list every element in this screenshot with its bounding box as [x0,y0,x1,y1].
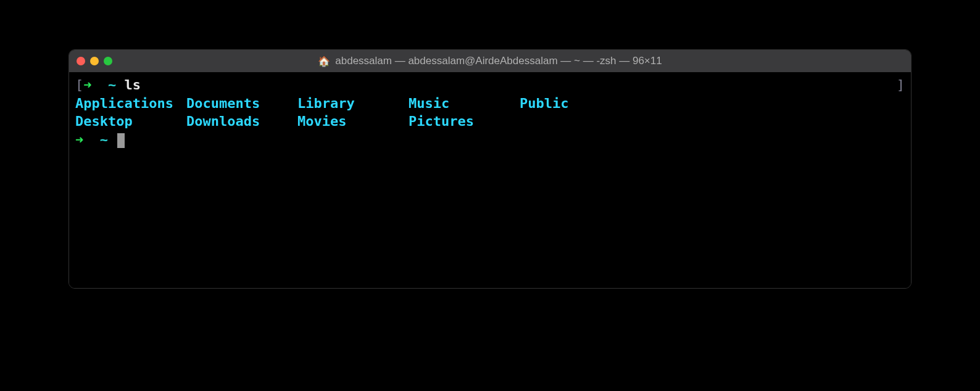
prompt-line-1: [➜ ~ ls] [75,76,905,94]
bracket-open: [ [75,77,83,93]
bracket-close: ] [897,76,905,94]
cursor [117,133,125,148]
prompt-path: ~ [108,77,116,93]
dir-item: Pictures [409,112,520,131]
window-titlebar[interactable]: 🏠 abdessalam — abdessalam@AirdeAbdessala… [69,50,911,72]
prompt-line-2: ➜ ~ [75,131,905,149]
traffic-lights [77,57,112,65]
dir-item: Music [409,94,520,113]
dir-item: Desktop [75,112,186,131]
title-text: abdessalam — abdessalam@AirdeAbdessalam … [335,55,662,67]
dir-item: Downloads [186,112,297,131]
prompt-arrow-icon: ➜ [75,132,83,147]
terminal-body[interactable]: [➜ ~ ls] Applications Documents Library … [69,72,911,288]
dir-item: Library [297,94,409,113]
prompt-arrow-icon: ➜ [83,77,91,93]
maximize-icon[interactable] [104,57,112,65]
minimize-icon[interactable] [90,57,99,65]
terminal-window: 🏠 abdessalam — abdessalam@AirdeAbdessala… [69,49,911,289]
dir-item: Public [520,94,631,113]
close-icon[interactable] [77,57,85,65]
home-icon: 🏠 [318,56,330,67]
window-title: 🏠 abdessalam — abdessalam@AirdeAbdessala… [318,55,662,67]
ls-output: Applications Documents Library Music Pub… [75,94,905,131]
prompt-path: ~ [100,132,108,147]
command-text: ls [125,77,141,93]
dir-item: Applications [75,94,186,113]
dir-item [520,112,631,131]
dir-item: Movies [297,112,409,131]
dir-item: Documents [186,94,297,113]
